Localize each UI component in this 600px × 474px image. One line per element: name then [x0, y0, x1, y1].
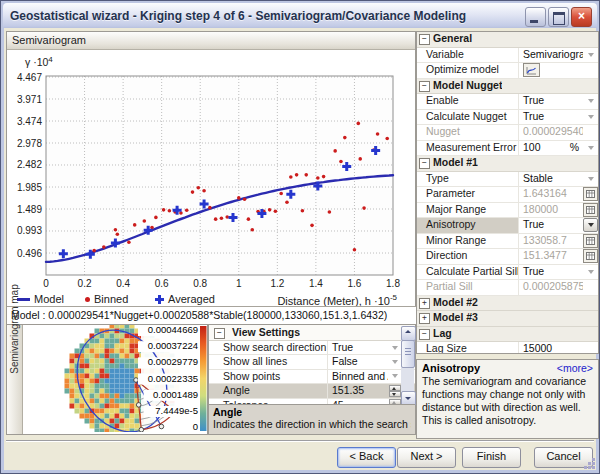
- major-range-label: Major Range: [417, 203, 519, 218]
- minor-range-value[interactable]: 133058.7: [519, 234, 583, 249]
- section-title-model-3: Model #3: [433, 311, 478, 326]
- enable-value[interactable]: True: [519, 94, 583, 109]
- angle-label: Angle: [209, 384, 328, 397]
- semivariogram-chart-panel: Semivariogram γ ·1044.4673.9713.4742.978…: [6, 31, 416, 324]
- view-settings-grid: −View SettingsShow search directionTrueS…: [209, 325, 415, 407]
- show-points-value[interactable]: Binned and A...: [328, 370, 388, 383]
- view-settings-row-show-all-lines[interactable]: Show all linesFalse: [209, 355, 415, 369]
- dropdown-arrow-icon[interactable]: [392, 360, 398, 364]
- calculator-button[interactable]: [583, 234, 598, 248]
- property-row-variable[interactable]: VariableSemivariogram: [417, 48, 598, 64]
- semivariogram-map[interactable]: 0.000446690.000372240.000297790.00022335…: [23, 325, 207, 434]
- angle-value[interactable]: 151.35: [328, 384, 388, 397]
- property-row-major-range[interactable]: Major Range180000: [417, 203, 598, 219]
- semivariogram-chart[interactable]: γ ·1044.4673.9713.4742.9782.4821.9851.48…: [7, 50, 415, 323]
- show-all-lines-value[interactable]: False: [328, 355, 388, 368]
- property-row-partial-sill[interactable]: Partial Sill0.0002058758: [417, 280, 598, 296]
- show-search-direction-value[interactable]: True: [328, 341, 388, 354]
- dropdown-arrow-icon[interactable]: [392, 346, 398, 350]
- section-lag[interactable]: −Lag: [417, 327, 598, 343]
- property-row-calculate-partial-sill[interactable]: Calculate Partial SillTrue: [417, 265, 598, 281]
- more-link[interactable]: <more>: [557, 362, 593, 374]
- calculate-partial-sill-value[interactable]: True: [519, 265, 583, 280]
- property-row-anisotropy[interactable]: AnisotropyTrue: [417, 218, 598, 234]
- dropdown-arrow-icon[interactable]: [588, 99, 594, 103]
- minimize-button[interactable]: [525, 7, 546, 27]
- nugget-value[interactable]: 0.00002954079: [519, 125, 583, 140]
- optimize-model-button[interactable]: [523, 63, 540, 77]
- maximize-button[interactable]: [548, 7, 569, 27]
- property-row-calculate-nugget[interactable]: Calculate NuggetTrue: [417, 110, 598, 126]
- variable-value[interactable]: Semivariogram: [519, 48, 583, 63]
- collapse-icon[interactable]: −: [419, 329, 430, 340]
- collapse-icon[interactable]: −: [419, 34, 430, 45]
- property-row-enable[interactable]: EnableTrue: [417, 94, 598, 110]
- spin-down-icon[interactable]: [389, 391, 401, 397]
- semivariogram-map-tab[interactable]: Semivariogram map: [7, 325, 23, 434]
- next-button[interactable]: Next >: [397, 447, 456, 468]
- svg-text:0.0001489: 0.0001489: [153, 389, 198, 400]
- section-general[interactable]: −General: [417, 32, 598, 48]
- minimize-icon: [530, 20, 538, 23]
- view-settings-row-show-search-direction[interactable]: Show search directionTrue: [209, 341, 415, 355]
- cancel-button[interactable]: Cancel: [534, 447, 593, 468]
- parameter-value[interactable]: 1.643164: [519, 187, 583, 202]
- semivariogram-map-svg[interactable]: 0.000446690.000372240.000297790.00022335…: [23, 325, 207, 432]
- section-model-1[interactable]: −Model #1: [417, 156, 598, 172]
- view-settings-row-angle[interactable]: Angle151.35: [209, 384, 415, 398]
- titlebar[interactable]: Geostatistical wizard - Kriging step 4 o…: [3, 3, 597, 28]
- dropdown-arrow-icon[interactable]: [588, 115, 594, 119]
- resize-grip[interactable]: [592, 466, 595, 469]
- partial-sill-value[interactable]: 0.0002058758: [519, 280, 583, 295]
- anisotropy-value[interactable]: True: [519, 218, 583, 233]
- lag-size-value[interactable]: 15000: [519, 342, 583, 354]
- calculator-button[interactable]: [583, 203, 598, 217]
- optimize-model-label: Optimize model: [417, 63, 519, 78]
- dropdown-arrow-icon[interactable]: [588, 177, 594, 181]
- property-row-lag-size[interactable]: Lag Size15000: [417, 342, 598, 354]
- enable-label: Enable: [417, 94, 519, 109]
- property-row-measurement-error[interactable]: Measurement Error100%: [417, 141, 598, 157]
- property-row-nugget[interactable]: Nugget0.00002954079: [417, 125, 598, 141]
- expand-icon[interactable]: +: [419, 313, 430, 324]
- major-range-value[interactable]: 180000: [519, 203, 583, 218]
- back-button[interactable]: < Back: [337, 447, 396, 468]
- property-row-type[interactable]: TypeStable: [417, 172, 598, 188]
- collapse-icon[interactable]: −: [419, 81, 430, 92]
- section-model-3[interactable]: +Model #3: [417, 311, 598, 327]
- calculator-button[interactable]: [583, 187, 598, 201]
- view-settings-header[interactable]: −View Settings: [209, 325, 415, 341]
- expand-icon[interactable]: +: [419, 298, 430, 309]
- collapse-icon[interactable]: −: [214, 328, 225, 339]
- finish-button[interactable]: Finish: [462, 447, 521, 468]
- calculate-nugget-value[interactable]: True: [519, 110, 583, 125]
- semivariogram-plot[interactable]: γ ·1044.4673.9713.4742.9782.4821.9851.48…: [7, 50, 413, 293]
- type-value[interactable]: Stable: [519, 172, 583, 187]
- dropdown-arrow-icon[interactable]: [588, 146, 594, 150]
- dropdown-arrow-icon[interactable]: [588, 270, 594, 274]
- scroll-up-icon[interactable]: [401, 326, 416, 341]
- dropdown-arrow-icon[interactable]: [588, 53, 594, 57]
- dropdown-arrow-icon[interactable]: [588, 223, 594, 227]
- view-settings-title: View Settings: [232, 325, 300, 340]
- calculator-button[interactable]: [583, 249, 598, 263]
- property-row-direction[interactable]: Direction151.3477: [417, 249, 598, 265]
- property-row-minor-range[interactable]: Minor Range133058.7: [417, 234, 598, 250]
- property-row-optimize-model[interactable]: Optimize model: [417, 63, 598, 79]
- collapse-icon[interactable]: −: [419, 158, 430, 169]
- view-settings-scrollbar[interactable]: [401, 326, 414, 406]
- dropdown-button[interactable]: [583, 218, 598, 232]
- optimize-model-value[interactable]: [519, 63, 583, 78]
- section-model-2[interactable]: +Model #2: [417, 296, 598, 312]
- scrollbar-thumb[interactable]: [401, 340, 415, 368]
- close-button[interactable]: ×: [571, 7, 592, 27]
- spinner-control[interactable]: [389, 385, 401, 397]
- measurement-error-value[interactable]: 100%: [519, 141, 583, 156]
- dropdown-arrow-icon[interactable]: [392, 374, 398, 378]
- direction-value[interactable]: 151.3477: [519, 249, 583, 264]
- view-settings-row-show-points[interactable]: Show pointsBinned and A...: [209, 370, 415, 384]
- section-title-model-1: Model #1: [433, 156, 478, 171]
- section-model-nugget[interactable]: −Model Nugget: [417, 79, 598, 95]
- window-title: Geostatistical wizard - Kriging step 4 o…: [3, 9, 466, 23]
- property-row-parameter[interactable]: Parameter1.643164: [417, 187, 598, 203]
